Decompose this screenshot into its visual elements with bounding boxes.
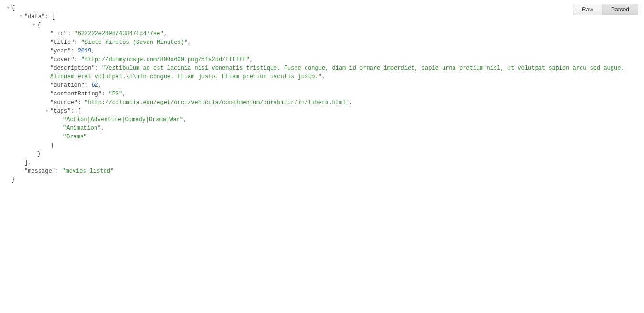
json-key: "data": [24, 13, 45, 20]
json-data-close: ],: [6, 158, 638, 167]
json-field-id: "_id": "622222e289d743847fc477ae",: [6, 30, 638, 38]
json-tag-item: "Action|Adventure|Comedy|Drama|War",: [6, 115, 638, 124]
toggle-icon[interactable]: ▼: [32, 21, 36, 30]
json-data-key-line: ▼ "data": [: [6, 12, 638, 21]
json-field-year: "year": 2019,: [6, 47, 638, 55]
toggle-icon[interactable]: ▼: [6, 4, 11, 12]
json-message-line: "message": "movies listed": [6, 167, 638, 176]
json-array-item-close: }: [6, 150, 638, 158]
json-root-open: ▼ {: [6, 4, 638, 12]
json-field-title: "title": "Siete minutos (Seven Minutes)"…: [6, 38, 638, 47]
parsed-button[interactable]: Parsed: [602, 4, 638, 15]
json-field-cover: "cover": "http://dummyimage.com/800x600.…: [6, 55, 638, 64]
toggle-icon[interactable]: ▼: [19, 12, 23, 21]
json-field-duration: "duration": 62,: [6, 81, 638, 90]
json-tags-close: ]: [6, 141, 638, 150]
json-field-tags-open: ▼ "tags": [: [6, 107, 638, 115]
json-tag-item: "Drama": [6, 133, 638, 141]
json-field-source: "source": "http://columbia.edu/eget/orci…: [6, 98, 638, 107]
raw-button[interactable]: Raw: [573, 4, 602, 15]
json-root-close: }: [6, 176, 638, 184]
json-array-item-open: ▼ {: [6, 21, 638, 30]
json-viewer: ▼ { ▼ "data": [ ▼ { "_id": "622222e289d7…: [6, 4, 638, 184]
json-field-contentrating: "contentRating": "PG",: [6, 90, 638, 98]
toggle-icon[interactable]: ▼: [44, 107, 49, 115]
json-field-description: "description": "Vestibulum ac est lacini…: [6, 64, 638, 81]
json-tag-item: "Animation",: [6, 124, 638, 133]
brace-open: {: [11, 4, 15, 12]
view-mode-toolbar: Raw Parsed: [573, 4, 638, 15]
